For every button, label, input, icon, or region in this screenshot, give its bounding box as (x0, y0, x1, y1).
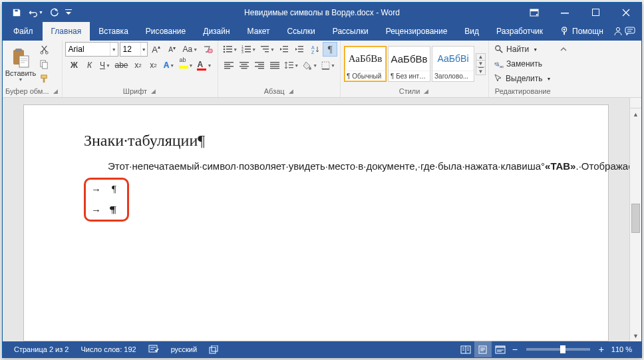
change-case-button[interactable]: Aa▼ (181, 42, 200, 57)
font-launcher[interactable]: ◢ (150, 87, 157, 96)
decrease-indent-button[interactable] (277, 42, 291, 57)
close-button[interactable] (611, 3, 641, 22)
undo-button[interactable]: ▼ (27, 4, 44, 21)
scroll-track[interactable] (630, 120, 641, 330)
tab-review[interactable]: Рецензирование (377, 22, 456, 41)
show-hide-button[interactable]: ¶ (323, 42, 337, 57)
save-button[interactable] (8, 4, 25, 21)
tab-home[interactable]: Главная (43, 22, 90, 41)
minimize-button[interactable] (550, 3, 580, 22)
grow-font-button[interactable]: A▴ (149, 42, 164, 57)
style-no-spacing[interactable]: АаБбВв ¶ Без инте... (388, 46, 430, 82)
line-spacing-button[interactable]: ▼ (283, 58, 300, 73)
shrink-font-button[interactable]: A▾ (165, 42, 180, 57)
borders-button[interactable]: ▼ (319, 58, 337, 73)
align-center-button[interactable] (237, 58, 251, 73)
justify-button[interactable] (267, 58, 282, 73)
numbering-button[interactable]: 123▼ (240, 42, 257, 57)
share-button[interactable] (612, 22, 625, 41)
select-button[interactable]: Выделить▼ (492, 71, 554, 86)
scroll-thumb[interactable] (631, 204, 640, 233)
clear-formatting-button[interactable] (200, 42, 215, 57)
select-label: Выделить (506, 74, 542, 83)
svg-rect-46 (240, 62, 249, 63)
tab-design[interactable]: Дизайн (194, 22, 238, 41)
increase-indent-button[interactable] (292, 42, 307, 57)
read-mode-button[interactable] (457, 341, 474, 357)
italic-button[interactable]: К (82, 58, 96, 73)
clipboard-launcher[interactable]: ◢ (52, 87, 59, 96)
page-number-status[interactable]: Страница 2 из 2 (8, 341, 75, 357)
language-status[interactable]: русский (165, 341, 203, 357)
paragraph-launcher[interactable]: ◢ (287, 87, 295, 96)
tab-draw[interactable]: Рисование (137, 22, 194, 41)
subscript-button[interactable]: x2 (131, 58, 146, 73)
styles-scroll-down[interactable]: ▼ (476, 60, 485, 67)
font-name-combo[interactable]: ▼ (65, 42, 118, 57)
macro-status[interactable] (203, 341, 224, 357)
copy-button[interactable] (36, 57, 52, 71)
spellcheck-status[interactable] (142, 341, 165, 357)
print-layout-button[interactable] (474, 341, 492, 357)
redo-button[interactable] (45, 4, 63, 21)
style-heading1[interactable]: АаБбВі Заголово... (432, 46, 474, 82)
multilevel-list-button[interactable]: ▼ (258, 42, 276, 57)
font-size-combo[interactable]: ▼ (120, 42, 148, 57)
style-name-label: Заголово... (432, 71, 474, 81)
zoom-thumb[interactable] (560, 345, 565, 353)
replace-button[interactable]: abac Заменить (492, 57, 554, 71)
format-painter-button[interactable] (36, 71, 52, 86)
font-size-dropdown[interactable]: ▼ (140, 43, 147, 56)
sort-button[interactable]: AZ (307, 42, 322, 57)
bullets-button[interactable]: ▼ (221, 42, 239, 57)
superscript-button[interactable]: x2 (146, 58, 161, 73)
tab-layout[interactable]: Макет (239, 22, 279, 41)
scroll-down-button[interactable]: ▼ (630, 330, 641, 341)
text-effects-button[interactable]: A▼ (162, 58, 176, 73)
style-normal[interactable]: АаБбВв ¶ Обычный (344, 46, 387, 82)
styles-more[interactable]: ▼ (476, 67, 485, 75)
zoom-level[interactable]: 110 % (607, 341, 636, 357)
align-left-button[interactable] (222, 58, 236, 73)
underline-button[interactable]: Ч▼ (97, 58, 112, 73)
maximize-button[interactable] (580, 3, 611, 22)
svg-rect-54 (270, 62, 279, 63)
find-label: Найти (506, 45, 529, 54)
styles-launcher[interactable]: ◢ (422, 87, 430, 96)
document-page[interactable]: Знаки·табуляции¶ Этот·непечатаемый·симво… (23, 104, 609, 341)
scroll-up-button[interactable]: ▲ (630, 108, 641, 120)
tab-references[interactable]: Ссылки (279, 22, 324, 41)
zoom-slider[interactable] (526, 348, 590, 351)
tab-file[interactable]: Файл (4, 22, 43, 41)
document-area: Знаки·табуляции¶ Этот·непечатаемый·симво… (3, 98, 641, 341)
highlight-button[interactable]: ab▼ (177, 58, 195, 73)
find-button[interactable]: Найти▼ (492, 42, 554, 57)
web-layout-button[interactable] (492, 341, 509, 357)
tab-insert[interactable]: Вставка (90, 22, 137, 41)
font-name-input[interactable] (66, 43, 110, 56)
font-name-dropdown[interactable]: ▼ (110, 43, 118, 56)
shading-button[interactable]: ▼ (301, 58, 319, 73)
ribbon-display-options-button[interactable] (519, 3, 550, 22)
vertical-scrollbar[interactable]: ▲ ▼ (629, 108, 641, 341)
ruler-toggle[interactable] (629, 98, 641, 108)
strikethrough-button[interactable]: abe (112, 58, 130, 73)
align-right-button[interactable] (252, 58, 267, 73)
styles-scroll-up[interactable]: ▲ (476, 54, 485, 60)
zoom-out-button[interactable]: − (509, 344, 521, 355)
svg-rect-18 (208, 49, 212, 53)
qat-customize-button[interactable] (64, 4, 73, 21)
paste-button[interactable]: Вставить ▼ (5, 42, 36, 86)
font-color-button[interactable]: A▼ (195, 58, 213, 73)
tell-me-box[interactable]: Помощн (552, 22, 612, 41)
comments-button[interactable] (625, 22, 637, 41)
zoom-in-button[interactable]: + (595, 344, 607, 355)
font-size-input[interactable] (120, 43, 140, 56)
tab-view[interactable]: Вид (456, 22, 488, 41)
tab-mailings[interactable]: Рассылки (324, 22, 377, 41)
bold-button[interactable]: Ж (67, 58, 81, 73)
cut-button[interactable] (36, 42, 52, 57)
word-count-status[interactable]: Число слов: 192 (75, 341, 142, 357)
tab-developer[interactable]: Разработчик (488, 22, 552, 41)
collapse-ribbon-button[interactable] (558, 43, 569, 55)
